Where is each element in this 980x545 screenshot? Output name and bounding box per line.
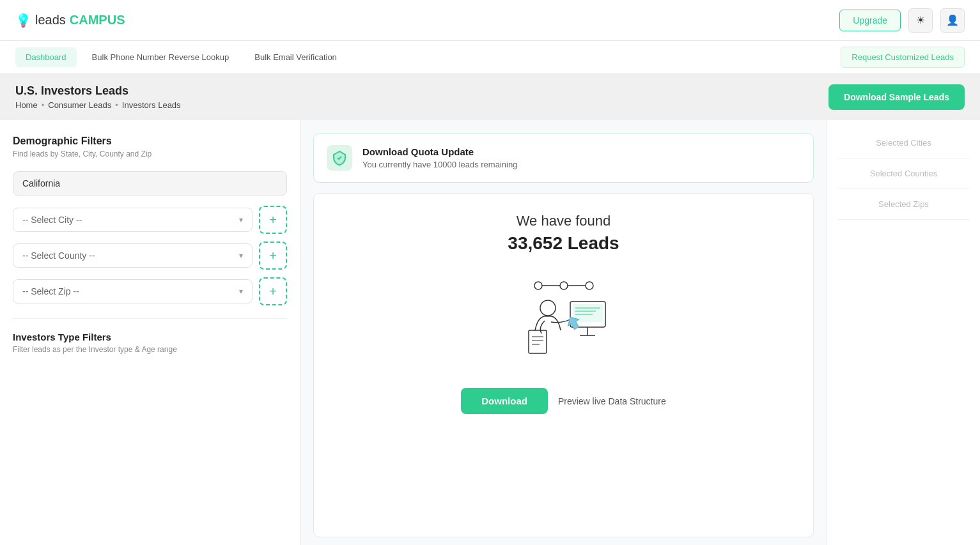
preview-data-structure-button[interactable]: Preview live Data Structure [558, 396, 666, 406]
filter-section-sub: Find leads by State, City, County and Zi… [13, 150, 287, 158]
quota-sub: You currently have 10000 leads remaining [362, 160, 517, 169]
zip-dropdown-label: -- Select Zip -- [22, 286, 79, 296]
breadcrumb-investors-leads: Investors Leads [122, 100, 181, 110]
nav-bar: Dashboard Bulk Phone Number Reverse Look… [0, 41, 980, 74]
header-right: Upgrade ☀ 👤 [839, 8, 965, 33]
breadcrumb-consumer-leads[interactable]: Consumer Leads [48, 100, 111, 110]
quota-title: Download Quota Update [362, 146, 517, 157]
zip-row: -- Select Zip -- ▾ + [13, 277, 287, 305]
selected-zips-label: Selected Zips [837, 199, 970, 209]
shield-icon [332, 150, 347, 165]
page-title: U.S. Investors Leads [15, 84, 181, 98]
right-panel: Selected Cities Selected Counties Select… [827, 120, 980, 545]
breadcrumb: Home • Consumer Leads • Investors Leads [15, 100, 181, 110]
center-panel: Download Quota Update You currently have… [300, 120, 827, 545]
results-illustration [500, 266, 628, 369]
results-card: We have found 33,652 Leads [313, 193, 814, 537]
results-actions: Download Preview live Data Structure [461, 388, 666, 414]
user-icon: 👤 [946, 14, 959, 26]
sun-icon: ☀ [916, 14, 925, 26]
download-button[interactable]: Download [461, 388, 548, 414]
breadcrumb-area: U.S. Investors Leads Home • Consumer Lea… [0, 74, 980, 120]
add-city-button[interactable]: + [259, 206, 287, 234]
city-row: -- Select City -- ▾ + [13, 206, 287, 234]
download-sample-leads-button[interactable]: Download Sample Leads [828, 84, 965, 110]
svg-rect-6 [529, 330, 547, 353]
left-panel: Demographic Filters Find leads by State,… [0, 120, 300, 545]
logo-campus: CAMPUS [70, 13, 125, 27]
tab-email-verification[interactable]: Bulk Email Verification [244, 47, 347, 67]
tab-dashboard[interactable]: Dashboard [15, 47, 77, 67]
selected-counties-label: Selected Counties [837, 169, 970, 178]
county-dropdown[interactable]: -- Select County -- ▾ [13, 243, 253, 268]
county-dropdown-label: -- Select County -- [22, 250, 95, 261]
city-dropdown-label: -- Select City -- [22, 215, 82, 225]
nav-tabs: Dashboard Bulk Phone Number Reverse Look… [15, 47, 347, 67]
upgrade-button[interactable]: Upgrade [839, 10, 901, 31]
chevron-down-icon: ▾ [239, 215, 243, 224]
add-zip-button[interactable]: + [259, 277, 287, 305]
svg-point-0 [534, 282, 542, 289]
quota-card: Download Quota Update You currently have… [313, 133, 814, 183]
user-menu-button[interactable]: 👤 [940, 8, 965, 33]
breadcrumb-home[interactable]: Home [15, 100, 38, 110]
main-layout: Demographic Filters Find leads by State,… [0, 120, 980, 545]
chevron-down-icon-2: ▾ [239, 251, 243, 260]
selected-counties-section: Selected Counties [837, 158, 970, 189]
investors-type-sub: Filter leads as per the Investor type & … [13, 345, 287, 354]
selected-zips-section: Selected Zips [837, 189, 970, 220]
zip-dropdown[interactable]: -- Select Zip -- ▾ [13, 279, 253, 303]
investors-type-title: Investors Type Filters [13, 332, 287, 342]
add-county-button[interactable]: + [259, 242, 287, 270]
filter-section-title: Demographic Filters [13, 135, 287, 147]
breadcrumb-dot-2: • [115, 100, 118, 110]
state-display: California [13, 171, 287, 196]
logo-icon: 💡 [15, 13, 31, 28]
quota-icon [327, 145, 352, 171]
chevron-down-icon-3: ▾ [239, 287, 243, 296]
svg-point-2 [586, 282, 593, 289]
selected-cities-label: Selected Cities [837, 138, 970, 148]
logo: 💡 leads CAMPUS [15, 13, 125, 28]
theme-toggle-button[interactable]: ☀ [908, 8, 933, 33]
divider [13, 318, 287, 319]
svg-point-1 [560, 282, 568, 289]
tab-phone-lookup[interactable]: Bulk Phone Number Reverse Lookup [82, 47, 240, 67]
results-text: We have found [517, 213, 611, 229]
logo-leads: leads [35, 13, 66, 27]
selected-cities-section: Selected Cities [837, 133, 970, 158]
svg-point-5 [540, 300, 556, 316]
results-count: 33,652 Leads [508, 233, 619, 254]
breadcrumb-dot-1: • [42, 100, 45, 110]
illustration [500, 266, 628, 369]
request-customized-leads-button[interactable]: Request Customized Leads [841, 47, 965, 68]
header: 💡 leads CAMPUS Upgrade ☀ 👤 [0, 0, 980, 41]
city-dropdown[interactable]: -- Select City -- ▾ [13, 208, 253, 232]
county-row: -- Select County -- ▾ + [13, 242, 287, 270]
